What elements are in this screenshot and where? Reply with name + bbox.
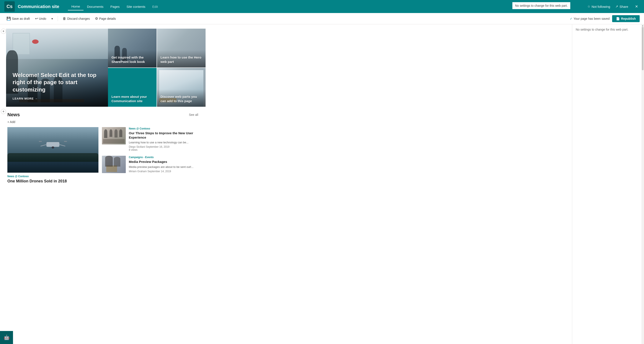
- add-row-mid-button[interactable]: +: [1, 109, 6, 114]
- hero-tile-1[interactable]: Get inspired with the SharePoint look bo…: [108, 29, 156, 68]
- news-item-category-2: Campaigns - Events: [129, 156, 198, 159]
- hero-main-tile[interactable]: Welcome! Select Edit at the top right of…: [6, 29, 108, 107]
- save-draft-button[interactable]: 💾 Save as draft: [4, 15, 32, 22]
- news-featured-image: [7, 127, 98, 173]
- right-panel-text: No settings to change for this web part.: [576, 28, 638, 31]
- news-item-meta-1: Diego Siciliani September 16, 2019 8 vie…: [129, 145, 198, 152]
- main-nav: Home Documents Pages Site contents Edit: [68, 3, 161, 10]
- nav-pages[interactable]: Pages: [107, 3, 123, 10]
- news-item-image-1: [102, 127, 126, 144]
- undo-icon: ↩: [35, 16, 38, 20]
- info-icon: ⚙: [95, 16, 98, 20]
- hero-tile-3-label: Learn more about your Communication site: [112, 94, 154, 104]
- news-item-content-2: Campaigns - Events Media Preview Package…: [129, 156, 198, 173]
- scrollbar-thumb[interactable]: [642, 27, 644, 70]
- see-all-link[interactable]: See all: [189, 113, 198, 116]
- hero-tile-1-label: Get inspired with the SharePoint look bo…: [112, 55, 154, 64]
- nav-site-contents[interactable]: Site contents: [123, 3, 149, 10]
- news-item-category-1: News @ Contoso: [129, 127, 198, 130]
- republish-button[interactable]: 📄 Republish: [612, 15, 640, 22]
- news-featured-caption: News @ Contoso One Million Drones Sold i…: [7, 173, 98, 186]
- news-header: News See all: [7, 112, 198, 118]
- news-featured-article[interactable]: News @ Contoso One Million Drones Sold i…: [7, 127, 98, 186]
- right-panel: No settings to change for this web part.: [572, 24, 642, 344]
- scrollbar[interactable]: ▲ ▼: [642, 24, 644, 344]
- news-add-button[interactable]: + Add: [7, 120, 198, 124]
- hero-main-title: Welcome! Select Edit at the top right of…: [12, 72, 104, 94]
- hero-tile-3[interactable]: Learn more about your Communication site: [108, 68, 156, 107]
- news-item-image-2: [102, 156, 126, 173]
- hero-tile-4[interactable]: Discover web parts you can add to this p…: [157, 68, 206, 107]
- bot-icon: 🤖: [4, 335, 10, 340]
- share-button[interactable]: ↗ Share: [616, 4, 628, 8]
- toolbar-right: ✓ Your page has been saved 📄 Republish: [570, 15, 640, 22]
- star-icon: ☆: [588, 4, 590, 8]
- help-bot-button[interactable]: 🤖: [0, 331, 13, 344]
- content-area: +: [0, 24, 572, 344]
- news-item-desc-1: Learning how to use a new technology can…: [129, 140, 198, 144]
- undo-button[interactable]: ↩ Undo: [33, 15, 48, 22]
- publish-icon: 📄: [616, 17, 620, 20]
- news-item[interactable]: Campaigns - Events Media Preview Package…: [102, 156, 198, 173]
- news-grid: News @ Contoso One Million Drones Sold i…: [7, 127, 198, 186]
- save-icon: 💾: [6, 16, 11, 20]
- news-item-title-1: Our Three Steps to Improve the New User …: [129, 131, 198, 140]
- site-title: Communication site: [18, 4, 59, 9]
- top-bar-right: ☆ Not following ↗ Share ×: [588, 3, 640, 10]
- edit-toolbar: 💾 Save as draft ↩ Undo ▾ 🗑 Discard chang…: [0, 13, 644, 24]
- share-icon: ↗: [616, 4, 618, 8]
- hero-learn-more-button[interactable]: LEARN MORE →: [12, 97, 104, 100]
- hero-tile-4-label: Discover web parts you can add to this p…: [160, 94, 204, 104]
- main-wrapper: +: [0, 24, 644, 344]
- not-following-button[interactable]: ☆ Not following: [588, 4, 610, 8]
- saved-status: ✓ Your page has been saved: [570, 17, 610, 20]
- nav-documents[interactable]: Documents: [84, 3, 107, 10]
- hero-grid: Welcome! Select Edit at the top right of…: [6, 29, 206, 107]
- page-details-button[interactable]: ⚙ Page details: [93, 15, 118, 22]
- right-panel-info: No settings to change for this web part.: [512, 2, 570, 9]
- add-row-top-button[interactable]: +: [1, 29, 6, 34]
- nav-home[interactable]: Home: [68, 3, 84, 10]
- news-title: News: [7, 112, 20, 118]
- toolbar-separator-1: [58, 16, 58, 21]
- news-item-desc-2: Media preview packages are about to be s…: [129, 165, 198, 169]
- undo-dropdown-button[interactable]: ▾: [49, 16, 55, 22]
- news-section: News See all + Add: [3, 107, 202, 190]
- discard-icon: 🗑: [63, 17, 66, 20]
- news-item[interactable]: News @ Contoso Our Three Steps to Improv…: [102, 127, 198, 152]
- news-featured-title: One Million Drones Sold in 2018: [7, 179, 98, 184]
- news-item-meta-2: Miriam Graham September 14, 2019: [129, 170, 198, 173]
- site-logo: Cs: [4, 1, 15, 12]
- hero-right-grid: Get inspired with the SharePoint look bo…: [108, 29, 206, 107]
- hero-main-content: Welcome! Select Edit at the top right of…: [12, 72, 104, 100]
- check-icon: ✓: [570, 17, 572, 20]
- chevron-down-icon: ▾: [52, 17, 53, 20]
- discard-changes-button[interactable]: 🗑 Discard changes: [60, 16, 92, 22]
- news-featured-category: News @ Contoso: [7, 175, 98, 178]
- scroll-up-button[interactable]: ▲: [642, 24, 644, 27]
- news-item-content-1: News @ Contoso Our Three Steps to Improv…: [129, 127, 198, 152]
- news-item-title-2: Media Preview Packages: [129, 160, 198, 164]
- hero-tile-2-label: Learn how to use the Hero web part: [160, 55, 204, 64]
- close-button[interactable]: ×: [634, 3, 640, 10]
- hero-tile-2[interactable]: Learn how to use the Hero web part: [157, 29, 206, 68]
- news-list: News @ Contoso Our Three Steps to Improv…: [102, 127, 198, 186]
- nav-edit[interactable]: Edit: [149, 3, 161, 10]
- hero-section: Welcome! Select Edit at the top right of…: [0, 24, 572, 107]
